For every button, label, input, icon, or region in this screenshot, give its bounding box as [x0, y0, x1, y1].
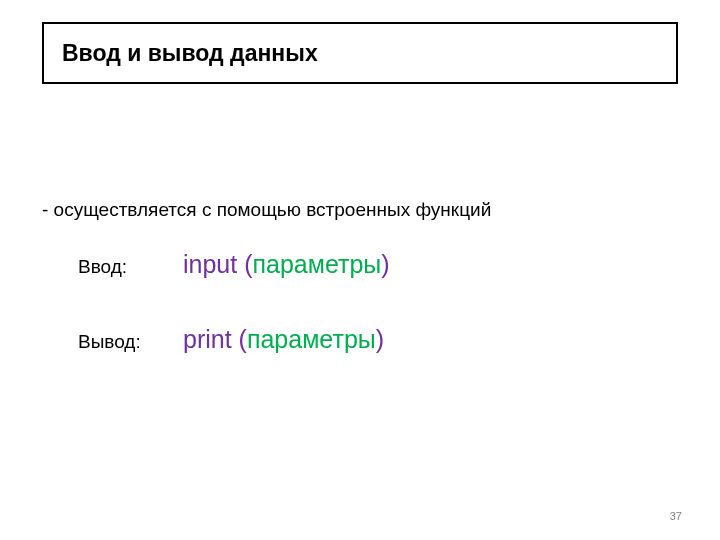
title-box: Ввод и вывод данных [42, 22, 678, 84]
output-close-paren: ) [376, 325, 384, 353]
input-func-name: input [183, 250, 237, 278]
output-row: Вывод: print (параметры) [78, 325, 384, 354]
input-open-paren: ( [237, 250, 252, 278]
output-func-name: print [183, 325, 232, 353]
description-text: - осуществляется с помощью встроенных фу… [42, 199, 491, 221]
input-param: параметры [253, 250, 382, 278]
output-label: Вывод: [78, 331, 183, 353]
input-label: Ввод: [78, 256, 183, 278]
page-title: Ввод и вывод данных [62, 40, 318, 67]
page-number: 37 [670, 510, 682, 522]
input-close-paren: ) [381, 250, 389, 278]
output-param: параметры [247, 325, 376, 353]
output-open-paren: ( [232, 325, 247, 353]
input-row: Ввод: input (параметры) [78, 250, 390, 279]
